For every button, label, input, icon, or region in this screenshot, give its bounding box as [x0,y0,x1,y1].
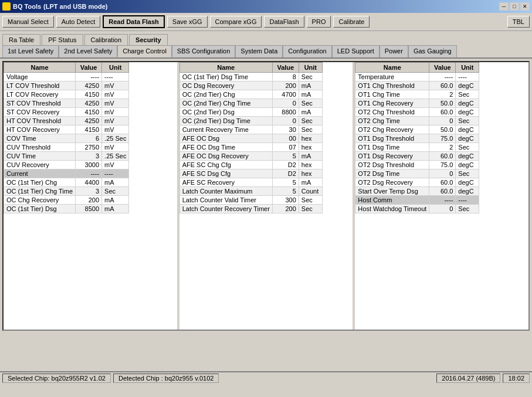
cell-value[interactable]: 6 [76,134,102,143]
cell-name[interactable]: OT2 Chg Recovery [355,125,429,134]
cell-name[interactable]: Current [4,169,76,178]
cell-name[interactable]: OC (2nd Tier) Chg Time [179,99,272,108]
tab-led-support[interactable]: LED Support [332,45,379,57]
tab-2nd-level-safety[interactable]: 2nd Level Safety [59,45,117,57]
tbl-button[interactable]: TBL [507,16,530,28]
cell-name[interactable]: Latch Counter Maximum [179,187,272,196]
cell-value[interactable]: 300 [272,196,299,205]
cell-name[interactable]: Latch Counter Recovery Timer [179,205,272,213]
cell-value[interactable]: 75.0 [429,161,456,169]
cell-name[interactable]: AFE OC Dsg Recovery [179,152,272,161]
tab-pf-status[interactable]: PF Status [42,34,83,46]
cell-value[interactable]: 200 [76,196,102,205]
cell-value[interactable]: 2750 [76,143,102,152]
tab-configuration[interactable]: Configuration [283,45,331,57]
cell-value[interactable]: 200 [272,205,299,213]
cell-value[interactable]: 4150 [76,108,102,117]
cell-value[interactable]: 4700 [272,90,299,99]
tab-security[interactable]: Security [129,34,167,46]
cell-name[interactable]: OC Dsg Recovery [179,82,272,90]
cell-name[interactable]: AFE SC Chg Cfg [179,161,272,169]
cell-value[interactable]: 30 [272,125,299,134]
save-xgg-button[interactable]: Save xGG [167,16,208,28]
compare-xgg-button[interactable]: Compare xGG [210,16,262,28]
cell-name[interactable]: AFE SC Dsg Cfg [179,169,272,178]
cell-value[interactable]: 8800 [272,108,299,117]
cell-value[interactable]: 0 [272,117,299,125]
cell-name[interactable]: LT COV Threshold [4,82,76,90]
cell-name[interactable]: COV Time [4,134,76,143]
tab-1st-level-safety[interactable]: 1st Level Safety [2,45,59,57]
cell-value[interactable]: 3000 [76,161,102,169]
cell-value[interactable]: 0 [429,169,456,178]
cell-value[interactable]: D2 [272,169,299,178]
cell-name[interactable]: ST COV Recovery [4,108,76,117]
cell-name[interactable]: OC (1st Tier) Chg Time [4,187,76,196]
cell-value[interactable]: 2 [429,90,456,99]
cell-name[interactable]: Current Recovery Time [179,125,272,134]
cell-value[interactable]: D2 [272,161,299,169]
cell-value[interactable]: 60.0 [429,108,456,117]
read-data-flash-button[interactable]: Read Data Flash [103,15,165,28]
cell-name[interactable]: OC (2nd Tier) Chg [179,90,272,99]
cell-value[interactable]: 0 [429,205,456,213]
cell-value[interactable]: 60.0 [429,152,456,161]
cell-value[interactable]: 60.0 [429,187,456,196]
cell-value[interactable]: 200 [272,82,299,90]
close-button[interactable]: ✕ [520,2,530,11]
cell-value[interactable]: 4400 [76,178,102,187]
cell-name[interactable]: CUV Time [4,152,76,161]
cell-name[interactable]: AFE SC Recovery [179,178,272,187]
cell-name[interactable]: LT COV Recovery [4,90,76,99]
cell-value[interactable]: ---- [429,73,456,82]
cell-name[interactable]: OT1 Chg Threshold [355,82,429,90]
cell-name[interactable]: OT1 Chg Time [355,90,429,99]
cell-name[interactable]: AFE OC Dsg Time [179,143,272,152]
tab-charge-control[interactable]: Charge Control [117,45,172,57]
cell-name[interactable]: OT2 Chg Threshold [355,108,429,117]
cell-name[interactable]: OT2 Dsg Threshold [355,161,429,169]
cell-name[interactable]: AFE OC Dsg [179,134,272,143]
cell-value[interactable]: ---- [76,73,102,82]
cell-name[interactable]: ST COV Threshold [4,99,76,108]
cell-value[interactable]: 2 [429,143,456,152]
cell-value[interactable]: 50.0 [429,125,456,134]
cell-value[interactable]: 60.0 [429,178,456,187]
cell-value[interactable]: 0 [429,117,456,125]
tab-ra-table[interactable]: Ra Table [2,34,40,46]
cell-value[interactable]: 3 [76,152,102,161]
cell-value[interactable]: 4250 [76,82,102,90]
cell-value[interactable]: 5 [272,178,299,187]
cell-name[interactable]: HT COV Threshold [4,117,76,125]
cell-name[interactable]: CUV Recovery [4,161,76,169]
auto-detect-button[interactable]: Auto Detect [56,16,100,28]
cell-name[interactable]: OT2 Dsg Recovery [355,178,429,187]
cell-value[interactable]: 75.0 [429,134,456,143]
cell-value[interactable]: 60.0 [429,82,456,90]
cell-name[interactable]: Host Comm [355,196,429,205]
cell-name[interactable]: OT2 Chg Time [355,117,429,125]
cell-name[interactable]: Host Watchdog Timeout [355,205,429,213]
cell-value[interactable]: 5 [272,187,299,196]
tab-sbs-configuration[interactable]: SBS Configuration [172,45,236,57]
tab-power[interactable]: Power [379,45,408,57]
cell-name[interactable]: OT2 Dsg Time [355,169,429,178]
cell-value[interactable]: 5 [272,152,299,161]
tab-system-data[interactable]: System Data [235,45,283,57]
cell-value[interactable]: 4150 [76,125,102,134]
cell-name[interactable]: OT1 Dsg Time [355,143,429,152]
cell-name[interactable]: CUV Threshold [4,143,76,152]
minimize-button[interactable]: ─ [499,2,509,11]
maximize-button[interactable]: □ [510,2,519,11]
cell-name[interactable]: OC (1st Tier) Chg [4,178,76,187]
cell-value[interactable]: 8500 [76,205,102,213]
cell-value[interactable]: ---- [429,196,456,205]
calibrate-button[interactable]: Calibrate [333,16,370,28]
cell-value[interactable]: 3 [76,187,102,196]
cell-value[interactable]: 8 [272,73,299,82]
cell-name[interactable]: OT1 Dsg Threshold [355,134,429,143]
cell-name[interactable]: Start Over Temp Dsg [355,187,429,196]
manual-select-button[interactable]: Manual Select [2,16,54,28]
cell-name[interactable]: OT1 Chg Recovery [355,99,429,108]
cell-name[interactable]: Voltage [4,73,76,82]
